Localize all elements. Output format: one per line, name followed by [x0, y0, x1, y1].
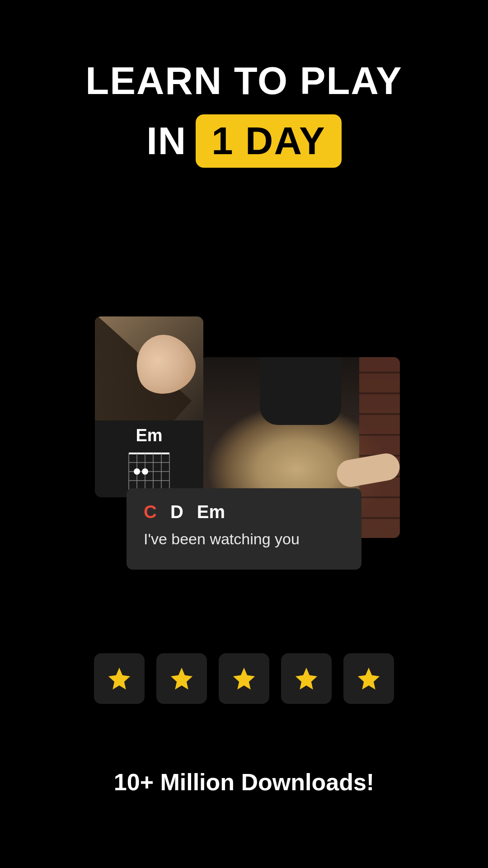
rating-stars: [0, 653, 488, 704]
star-icon: [281, 653, 332, 704]
star-icon: [219, 653, 269, 704]
headline-line1: LEARN TO PLAY: [0, 59, 488, 103]
headline-in-text: IN: [146, 119, 187, 163]
star-icon: [94, 653, 145, 704]
downloads-count: 10+ Million Downloads!: [0, 769, 488, 796]
chord-card: Em: [95, 316, 203, 497]
lyric-chord: Em: [197, 502, 225, 522]
star-icon: [343, 653, 394, 704]
star-icon: [156, 653, 207, 704]
lyric-chord-active: C: [144, 502, 157, 522]
video-background-brick: [359, 357, 400, 538]
headline-badge: 1 DAY: [196, 114, 342, 168]
chord-hand-photo: [95, 316, 203, 420]
video-person-torso: [260, 357, 341, 425]
lyric-chords-row: C D Em: [144, 502, 344, 522]
chord-label: Em: [95, 426, 203, 445]
svg-point-12: [142, 468, 148, 475]
svg-point-11: [134, 468, 140, 475]
headline-line2: IN 1 DAY: [0, 114, 488, 168]
lyric-chord: D: [170, 502, 183, 522]
lyric-text: I've been watching you: [144, 530, 344, 548]
chord-diagram: [124, 450, 174, 491]
media-collage: Em C D Em I've been: [95, 316, 407, 570]
lyric-card: C D Em I've been watching you: [127, 488, 361, 570]
headline: LEARN TO PLAY IN 1 DAY: [0, 0, 488, 168]
